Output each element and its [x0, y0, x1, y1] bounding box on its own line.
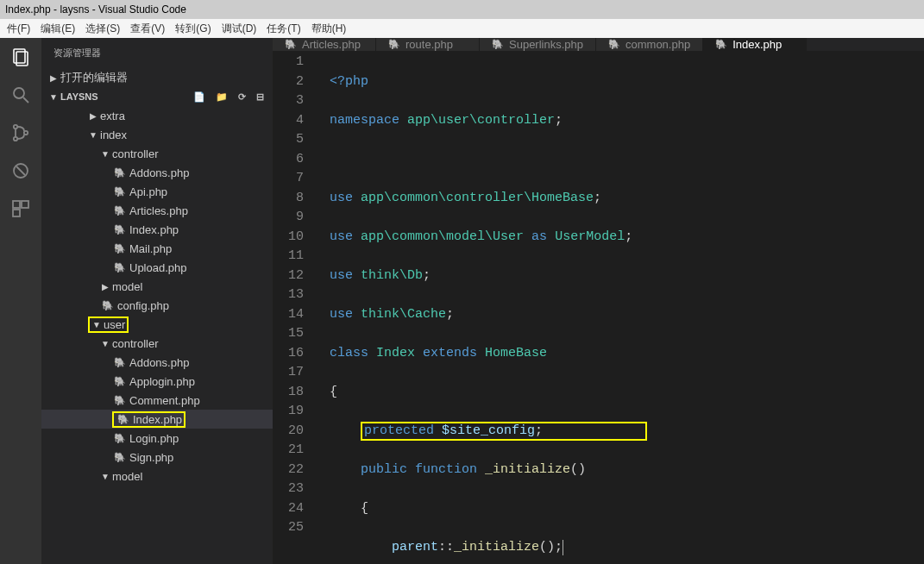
php-file-icon: 🐘 [112, 376, 128, 387]
tab-route-php[interactable]: 🐘route.php [376, 38, 480, 51]
php-file-icon: 🐘 [388, 39, 400, 50]
menu-select[interactable]: 选择(S) [82, 20, 123, 38]
php-file-icon: 🐘 [112, 205, 128, 216]
svg-line-3 [23, 97, 28, 103]
tab-bar: 🐘Articles.php🐘route.php🐘Superlinks.php🐘c… [273, 38, 924, 51]
tree-folder-index[interactable]: ▼index [41, 125, 273, 144]
tree-file-index-php[interactable]: 🐘Index.php [41, 410, 273, 429]
code-content[interactable]: <?php namespace app\user\controller; use… [319, 51, 924, 564]
tab-superlinks-php[interactable]: 🐘Superlinks.php [480, 38, 596, 51]
tab-common-php[interactable]: 🐘common.php [596, 38, 703, 51]
tree-file-comment-php[interactable]: 🐘Comment.php [41, 391, 273, 410]
menu-debug[interactable]: 调试(D) [218, 20, 261, 38]
activity-bar [0, 38, 41, 564]
explorer-title: 资源管理器 [53, 47, 101, 60]
tree-file-addons-php[interactable]: 🐘Addons.php [41, 163, 273, 182]
php-file-icon: 🐘 [112, 186, 128, 197]
tree-file-addons-php[interactable]: 🐘Addons.php [41, 353, 273, 372]
new-file-icon[interactable]: 📄 [193, 91, 205, 103]
search-icon[interactable] [9, 83, 33, 107]
php-file-icon: 🐘 [100, 300, 116, 311]
debug-icon[interactable] [9, 159, 33, 183]
menu-goto[interactable]: 转到(G) [172, 20, 214, 38]
svg-point-4 [14, 125, 17, 128]
explorer-header: 资源管理器 [41, 38, 273, 68]
source-control-icon[interactable] [9, 121, 33, 145]
php-file-icon: 🐘 [112, 262, 128, 273]
php-file-icon: 🐘 [112, 395, 128, 406]
svg-point-6 [24, 131, 28, 135]
sidebar: 资源管理器 ▶ 打开的编辑器 ▼ LAYSNS 📄 📁 ⟳ ⊟ ▶extra▼i… [41, 38, 273, 564]
menu-bar: 件(F) 编辑(E) 选择(S) 查看(V) 转到(G) 调试(D) 任务(T)… [0, 19, 924, 38]
chevron-down-icon: ▼ [100, 472, 110, 481]
menu-edit[interactable]: 编辑(E) [37, 20, 79, 38]
php-file-icon: 🐘 [112, 224, 128, 235]
open-editors-section[interactable]: ▶ 打开的编辑器 [41, 68, 273, 87]
svg-rect-11 [13, 210, 20, 216]
php-file-icon: 🐘 [715, 39, 727, 50]
tree-folder-user[interactable]: ▼user [41, 315, 273, 334]
chevron-down-icon: ▼ [88, 130, 98, 140]
chevron-down-icon: ▼ [100, 149, 110, 159]
chevron-down-icon: ▼ [48, 92, 59, 102]
menu-tasks[interactable]: 任务(T) [263, 20, 304, 38]
project-section[interactable]: ▼ LAYSNS 📄 📁 ⟳ ⊟ [41, 87, 273, 106]
extensions-icon[interactable] [9, 197, 33, 221]
php-file-icon: 🐘 [116, 414, 131, 425]
tab-articles-php[interactable]: 🐘Articles.php [273, 38, 376, 51]
editor-area: 🐘Articles.php🐘route.php🐘Superlinks.php🐘c… [273, 38, 924, 564]
collapse-icon[interactable]: ⊟ [256, 91, 264, 103]
php-file-icon: 🐘 [285, 39, 297, 50]
tree-file-articles-php[interactable]: 🐘Articles.php [41, 201, 273, 220]
menu-help[interactable]: 帮助(H) [308, 20, 350, 38]
tree-folder-model[interactable]: ▼model [41, 467, 273, 486]
tree-file-config-php[interactable]: 🐘config.php [41, 296, 273, 315]
tree-file-upload-php[interactable]: 🐘Upload.php [41, 258, 273, 277]
svg-line-8 [16, 166, 25, 175]
php-file-icon: 🐘 [112, 452, 128, 463]
chevron-right-icon: ▶ [48, 73, 59, 83]
svg-rect-10 [22, 201, 28, 208]
tree-file-sign-php[interactable]: 🐘Sign.php [41, 448, 273, 467]
tree-file-api-php[interactable]: 🐘Api.php [41, 182, 273, 201]
main-layout: 资源管理器 ▶ 打开的编辑器 ▼ LAYSNS 📄 📁 ⟳ ⊟ ▶extra▼i… [0, 38, 924, 564]
tab-index-php[interactable]: 🐘Index.php [703, 38, 807, 51]
new-folder-icon[interactable]: 📁 [216, 91, 228, 103]
svg-point-5 [14, 137, 17, 141]
php-file-icon: 🐘 [492, 39, 504, 50]
menu-file[interactable]: 件(F) [3, 20, 34, 38]
php-file-icon: 🐘 [112, 433, 128, 444]
svg-rect-9 [13, 201, 20, 208]
chevron-right-icon: ▶ [88, 111, 98, 121]
line-numbers: 1234567891011121314151617181920212223242… [273, 51, 319, 564]
tree-folder-controller[interactable]: ▼controller [41, 144, 273, 163]
highlight-protected-property: protected $site_config; [361, 422, 647, 441]
tree-folder-controller[interactable]: ▼controller [41, 334, 273, 353]
explorer-icon[interactable] [9, 45, 33, 69]
tree-folder-model[interactable]: ▶model [41, 277, 273, 296]
window-title: Index.php - laysns - Visual Studio Code [5, 3, 186, 16]
php-file-icon: 🐘 [608, 39, 620, 50]
file-tree[interactable]: ▶ 打开的编辑器 ▼ LAYSNS 📄 📁 ⟳ ⊟ ▶extra▼index▼c… [41, 68, 273, 564]
menu-view[interactable]: 查看(V) [127, 20, 168, 38]
svg-point-2 [14, 88, 24, 98]
chevron-down-icon: ▼ [100, 339, 110, 348]
code-editor[interactable]: 1234567891011121314151617181920212223242… [273, 51, 924, 564]
chevron-right-icon: ▶ [100, 282, 110, 291]
php-file-icon: 🐘 [112, 357, 128, 368]
tree-file-mail-php[interactable]: 🐘Mail.php [41, 239, 273, 258]
chevron-down-icon: ▼ [91, 320, 102, 329]
tree-file-applogin-php[interactable]: 🐘Applogin.php [41, 372, 273, 391]
tree-folder-extra[interactable]: ▶extra [41, 106, 273, 125]
refresh-icon[interactable]: ⟳ [238, 91, 246, 103]
php-file-icon: 🐘 [112, 167, 128, 179]
tree-file-login-php[interactable]: 🐘Login.php [41, 429, 273, 448]
tree-file-index-php[interactable]: 🐘Index.php [41, 220, 273, 239]
php-file-icon: 🐘 [112, 243, 128, 254]
title-bar: Index.php - laysns - Visual Studio Code [0, 0, 924, 19]
